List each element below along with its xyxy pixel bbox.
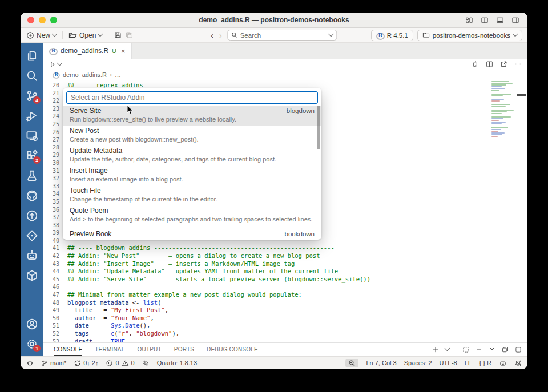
sidebar-item-github[interactable]	[21, 185, 43, 205]
line-number[interactable]: 31	[43, 167, 59, 175]
line-number[interactable]: 39	[43, 229, 59, 237]
sidebar-item-gem[interactable]	[21, 225, 43, 245]
move-panel-icon[interactable]	[502, 346, 509, 353]
line-number[interactable]: 33	[43, 183, 59, 191]
sidebar-item-search[interactable]	[21, 66, 43, 86]
line-number[interactable]: 46	[43, 283, 59, 291]
line-number[interactable]: 43	[43, 260, 59, 268]
git-branch[interactable]: main*	[41, 359, 66, 367]
maximize-panel-icon[interactable]	[462, 346, 469, 353]
problems[interactable]: 00	[106, 359, 134, 367]
addin-item-touch-file[interactable]: Touch File Change the timestamp of the c…	[63, 185, 321, 205]
sidebar-item-run-debug[interactable]	[21, 106, 43, 126]
line-number[interactable]: 42	[43, 252, 59, 260]
sidebar-item-settings[interactable]: 1	[21, 334, 43, 354]
addin-filter-input[interactable]: Select an RStudio Addin	[66, 91, 318, 104]
language-mode[interactable]: { } R	[480, 359, 491, 366]
eol[interactable]: LF	[465, 359, 472, 366]
line-number[interactable]: 37	[43, 213, 59, 221]
minimize-panel-icon[interactable]	[476, 346, 482, 353]
compare-changes-icon[interactable]	[472, 60, 479, 68]
addin-item-quote-poem[interactable]: Quote Poem Add > to the beginning of sel…	[63, 205, 321, 225]
panel-layout-icon[interactable]	[515, 346, 522, 353]
run-file-button[interactable]	[49, 61, 62, 68]
line-number[interactable]: 38	[43, 221, 59, 229]
zoom-control[interactable]	[345, 359, 358, 367]
line-number[interactable]: 49	[43, 306, 59, 314]
line-number[interactable]: 51	[43, 322, 59, 330]
interpreter-selector[interactable]: R R 4.5.1	[371, 30, 413, 41]
line-number[interactable]: 23	[43, 105, 59, 113]
line-number[interactable]: 29	[43, 151, 59, 159]
more-actions-icon[interactable]	[514, 60, 522, 68]
quarto-version[interactable]: Quarto: 1.8.13	[157, 359, 197, 366]
sidebar-item-remote-explorer[interactable]	[21, 126, 43, 146]
line-number[interactable]: 35	[43, 198, 59, 206]
line-number[interactable]: 21	[43, 90, 59, 98]
new-console-button[interactable]	[432, 346, 439, 353]
line-number[interactable]: 30	[43, 159, 59, 167]
line-number[interactable]: 41	[43, 244, 59, 252]
addin-item-insert-image[interactable]: Insert Image Insert an external image in…	[63, 165, 321, 185]
panel-tab-terminal[interactable]: TERMINAL	[95, 343, 124, 356]
open-in-new-window-icon[interactable]	[500, 60, 507, 68]
line-number[interactable]: 45	[43, 276, 59, 284]
line-number[interactable]: 47	[43, 291, 59, 299]
sidebar-item-accounts[interactable]	[21, 314, 43, 334]
line-number[interactable]: 34	[43, 190, 59, 198]
addin-item-serve-site[interactable]: Serve Siteblogdown Run blogdown::serve_s…	[63, 106, 321, 126]
customize-layout-icon[interactable]	[465, 17, 473, 24]
breadcrumb-symbol[interactable]: …	[115, 71, 121, 78]
session-pointer[interactable]	[142, 359, 150, 367]
new-button[interactable]: New	[26, 31, 57, 39]
chevron-down-icon[interactable]	[445, 346, 450, 351]
tab-demo-addins[interactable]: R demo_addins.R U ×	[43, 43, 132, 59]
indentation[interactable]: Spaces: 2	[404, 359, 432, 366]
panel-tab-debug-console[interactable]: DEBUG CONSOLE	[207, 343, 258, 356]
sidebar-item-extensions[interactable]: 2	[21, 146, 43, 165]
line-number[interactable]: 20	[43, 82, 59, 90]
open-button[interactable]: Open	[68, 31, 102, 39]
close-window-button[interactable]	[27, 17, 34, 23]
toggle-secondary-sidebar-icon[interactable]	[511, 17, 519, 24]
global-search-input[interactable]: Search	[228, 30, 337, 41]
split-editor-layout-icon[interactable]	[481, 17, 489, 24]
sidebar-item-testing[interactable]	[21, 165, 43, 185]
breadcrumb[interactable]: R demo_addins.R › …	[43, 70, 527, 80]
navigate-back-button[interactable]: ‹	[211, 31, 213, 39]
sidebar-item-source-control[interactable]: 4	[21, 86, 43, 106]
breadcrumb-file[interactable]: demo_addins.R	[63, 71, 107, 78]
line-number[interactable]: 48	[43, 299, 59, 307]
close-panel-icon[interactable]	[489, 346, 495, 353]
line-number[interactable]: 52	[43, 330, 59, 338]
notifications[interactable]	[514, 359, 522, 367]
code-editor[interactable]: 20## ---- reprex addins ----------------…	[43, 80, 527, 342]
line-number[interactable]: 28	[43, 144, 59, 152]
line-number[interactable]: 40	[43, 237, 59, 245]
line-number[interactable]: 26	[43, 128, 59, 136]
panel-tab-console[interactable]: CONSOLE	[54, 343, 82, 356]
panel-tab-ports[interactable]: PORTS	[174, 343, 194, 356]
addin-item-new-post[interactable]: New Post Create a new post with blogdown…	[63, 126, 321, 146]
line-number[interactable]: 44	[43, 268, 59, 276]
addin-item-preview-book[interactable]: Preview Bookbookdown Run bookdown::serve…	[63, 229, 321, 240]
workspace-selector[interactable]: positron-demos-notebooks	[417, 30, 522, 41]
sidebar-item-publish[interactable]	[21, 205, 43, 225]
cursor-position[interactable]: Ln 7, Col 3	[366, 359, 396, 366]
assistant-status[interactable]	[499, 359, 507, 367]
save-button[interactable]	[114, 31, 122, 39]
toggle-panel-icon[interactable]	[496, 17, 504, 24]
line-number[interactable]: 27	[43, 136, 59, 144]
sidebar-item-explorer[interactable]	[21, 46, 43, 66]
line-number[interactable]: 36	[43, 206, 59, 214]
addin-item-update-metadata[interactable]: Update Metadata Update the title, author…	[63, 146, 321, 165]
line-number[interactable]: 53	[43, 338, 59, 342]
zoom-window-button[interactable]	[50, 17, 57, 23]
line-number[interactable]: 32	[43, 175, 59, 183]
split-editor-icon[interactable]	[486, 60, 493, 68]
close-tab-icon[interactable]: ×	[121, 47, 126, 55]
minimize-window-button[interactable]	[39, 17, 46, 23]
sidebar-item-assistant[interactable]	[21, 245, 43, 265]
line-number[interactable]: 50	[43, 314, 59, 322]
sidebar-item-packages[interactable]	[21, 265, 43, 285]
